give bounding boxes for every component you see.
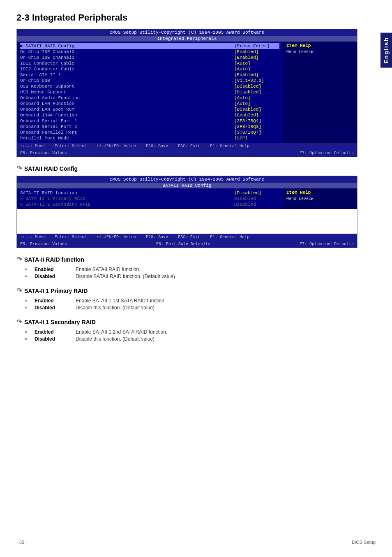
bios-body-sataii: SATA-II RAID function[Disabled] x SATA-I… (17, 188, 357, 209)
bios-row-integrated-5: Serial-ATA-II 1[Enabled] (20, 72, 279, 78)
bios-row-value-integrated-9: [Auto] (234, 95, 279, 100)
def-desc-disabled-2: Disable this function. (Default value) (76, 305, 154, 311)
bios-row-sataii-0: SATA-II RAID function[Disabled] (20, 190, 279, 196)
bios-row-label-sataii-0: SATA-II RAID function (20, 190, 234, 195)
bios-subheader-sataii: SATAII RAID Config (17, 183, 357, 188)
bios-row-integrated-6: On-Chip USB[V1.1+V2.0] (20, 78, 279, 84)
bios-row-label-integrated-13: Onboard Serial Port 1 (20, 118, 234, 123)
bios-row-value-integrated-6: [V1.1+V2.0] (234, 78, 279, 83)
bios-row-label-integrated-14: Onboard Serial Port 2 (20, 124, 234, 129)
bios-row-integrated-13: Onboard Serial Port 1[3F8/IRQ4] (20, 118, 279, 124)
bios-header-integrated: CMOS Setup Utility-Copyright (C) 1984-20… (17, 29, 357, 36)
english-tab: English (380, 33, 392, 68)
bios-footer-sataii: ↑↓→←: Move Enter: Select +/-/PU/PD: Valu… (17, 234, 357, 241)
section-title-sata-raid-function: SATA-II RAID function (24, 256, 84, 263)
bios-row-integrated-1: On-Chip IDE Channel0[Enabled] (20, 49, 279, 55)
bios-row-label-integrated-15: Onboard Parallel Port (20, 130, 234, 135)
bios-row-label-integrated-12: Onboard 1394 Function (20, 113, 234, 118)
bios-empty-sataii (17, 209, 357, 234)
bios-right-sataii: Item Help Menu Level► (283, 188, 357, 209)
def-desc-disabled-1: Disable SATAII RAID function. (Default v… (76, 274, 175, 279)
arrow-icon-sataii: ↷ (16, 165, 22, 172)
bios-footer-integrated: ↑↓→←: Move Enter: Select +/-/PU/PD: Valu… (17, 143, 357, 150)
section-title-sataii-raid-config: SATAII RAID Config (24, 165, 78, 172)
arrow-icon-sata-secondary: ↷ (16, 318, 22, 326)
bottom-page-number: - 35 - (16, 540, 27, 545)
bios-row-value-integrated-2: [Enabled] (234, 55, 279, 60)
def-arrow-2: » (25, 274, 31, 279)
bios-row-value-integrated-15: [378/IRQ7] (234, 130, 279, 135)
footer-f7-integrated: F7: Optimized Defaults (300, 151, 354, 155)
bios-footer2-sataii: F5: Previous Values F6: Fail-Safe Defaul… (17, 241, 357, 248)
bios-row-value-sataii-1: Disabled (234, 196, 279, 201)
footer-f7-sataii: F7: Optimized Defaults (300, 242, 354, 246)
bios-row-sataii-2: x SATA-II 1 Secondary RAIDDisabled (20, 202, 279, 207)
bios-row-label-integrated-9: Onboard Audio Function (20, 95, 234, 100)
def-item-primary-disabled: » Disabled Disable this function. (Defau… (25, 305, 357, 311)
def-arrow-5: » (25, 329, 31, 335)
bios-help-text-integrated: Menu Level► (286, 50, 354, 54)
def-desc-disabled-3: Disable this function. (Default value) (76, 336, 154, 342)
def-item-secondary-disabled: » Disabled Disable this function. (Defau… (25, 336, 357, 342)
bios-row-label-integrated-3: IDE1 Conductor Cable (20, 61, 234, 66)
bios-row-integrated-15: Onboard Parallel Port[378/IRQ7] (20, 130, 279, 135)
bios-row-label-integrated-11: Onboard LAN Boot ROM (20, 107, 234, 112)
bios-row-label-integrated-16: Parallel Port Mode (20, 136, 234, 141)
bios-row-value-integrated-16: [SPP] (234, 136, 279, 141)
bios-row-integrated-12: Onboard 1394 Function[Enabled] (20, 112, 279, 118)
def-arrow-3: » (25, 298, 31, 304)
def-term-enabled-1: Enabled (35, 267, 71, 272)
bios-row-value-integrated-4: [Auto] (234, 67, 279, 72)
footer-f6-sataii: F6: Fail-Safe Defaults (156, 242, 210, 246)
bios-left-sataii: SATA-II RAID function[Disabled] x SATA-I… (17, 188, 283, 209)
bios-body-integrated: ► SATAII RAID Config[Press Enter] On-Chi… (17, 42, 357, 143)
def-desc-enabled-3: Enable SATAII 1 2nd SATA RAID function. (76, 329, 167, 335)
def-term-disabled-1: Disabled (35, 274, 71, 279)
bios-row-label-integrated-5: Serial-ATA-II 1 (20, 72, 234, 77)
bios-row-integrated-0: ► SATAII RAID Config[Press Enter] (20, 43, 279, 49)
def-term-enabled-3: Enabled (35, 329, 71, 335)
bios-row-value-integrated-0: [Press Enter] (234, 44, 279, 49)
bios-row-value-integrated-7: [Disabled] (234, 84, 279, 89)
bios-row-integrated-4: IDE2 Conductor Cable[Auto] (20, 66, 279, 72)
def-arrow-4: » (25, 305, 31, 311)
bios-row-integrated-9: Onboard Audio Function[Auto] (20, 95, 279, 101)
sataii-raid-bios-box: CMOS Setup Utility-Copyright (C) 1984-20… (16, 176, 357, 248)
bios-row-label-integrated-8: USB Mouse Support (20, 90, 234, 95)
def-item-primary-enabled: » Enabled Enable SATAII 1 1st SATA RAID … (25, 298, 357, 304)
bios-row-label-integrated-10: Onboard LAN Function (20, 101, 234, 106)
bios-row-label-integrated-7: USB Keyboard Support (20, 84, 234, 89)
bios-row-value-integrated-14: [2F8/IRQ3] (234, 124, 279, 129)
def-list-sata-raid-function: » Enabled Enable SATAII RAID function. »… (25, 267, 357, 279)
section-header-sata-raid-function: ↷ SATA-II RAID function (16, 255, 357, 263)
bios-row-integrated-8: USB Mouse Support[Disabled] (20, 89, 279, 95)
page-title: 2-3 Integrated Peripherals (16, 12, 357, 23)
bios-row-label-integrated-4: IDE2 Conductor Cable (20, 67, 234, 72)
section-title-sata-secondary: SATA-II 1 Secondary RAID (24, 319, 96, 325)
bios-row-value-integrated-13: [3F8/IRQ4] (234, 118, 279, 123)
bios-row-value-integrated-10: [Auto] (234, 101, 279, 106)
def-desc-enabled-1: Enable SATAII RAID function. (76, 267, 141, 272)
section-header-sata-secondary: ↷ SATA-II 1 Secondary RAID (16, 318, 357, 326)
bios-row-value-integrated-8: [Disabled] (234, 90, 279, 95)
bios-help-title-integrated: Item Help (286, 43, 354, 48)
footer-nav-sataii: ↑↓→←: Move Enter: Select +/-/PU/PD: Valu… (20, 235, 249, 239)
integrated-peripherals-bios-box: CMOS Setup Utility-Copyright (C) 1984-20… (16, 29, 357, 157)
bottom-bar: - 35 - BIOS Setup (16, 537, 376, 545)
bios-row-value-integrated-5: [Enabled] (234, 72, 279, 77)
def-term-disabled-3: Disabled (35, 336, 71, 342)
bios-row-label-sataii-1: x SATA-II 1 Primary RAID (20, 196, 234, 201)
bios-row-label-integrated-2: On-Chip IDE Channel1 (20, 55, 234, 60)
bios-row-value-integrated-3: [Auto] (234, 61, 279, 66)
def-desc-enabled-2: Enable SATAII 1 1st SATA RAID function. (76, 298, 166, 304)
bios-row-integrated-14: Onboard Serial Port 2[2F8/IRQ3] (20, 124, 279, 130)
def-term-disabled-2: Disabled (35, 305, 71, 311)
bios-row-value-integrated-12: [Enabled] (234, 113, 279, 118)
bios-row-integrated-7: USB Keyboard Support[Disabled] (20, 84, 279, 89)
bios-row-label-integrated-6: On-Chip USB (20, 78, 234, 83)
def-list-sata-secondary: » Enabled Enable SATAII 1 2nd SATA RAID … (25, 329, 357, 342)
section-title-sata-primary: SATA-II 1 Primary RAID (24, 288, 88, 294)
bios-row-integrated-10: Onboard LAN Function[Auto] (20, 101, 279, 107)
bios-right-integrated: Item Help Menu Level► (283, 42, 357, 143)
section-header-sataii-raid-config: ↷ SATAII RAID Config (16, 165, 357, 172)
